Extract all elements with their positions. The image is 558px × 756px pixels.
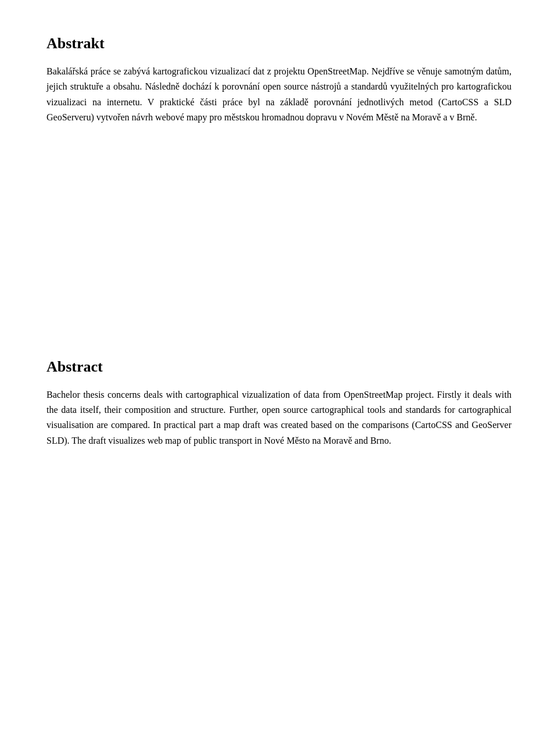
abstract-title: Abstract xyxy=(46,358,512,376)
abstrakt-title: Abstrakt xyxy=(46,35,512,52)
page-content: Abstrakt Bakalářská práce se zabývá kart… xyxy=(46,35,512,448)
abstrakt-paragraph1: Bakalářská práce se zabývá kartograficko… xyxy=(46,64,512,126)
abstract-section: Abstract Bachelor thesis concerns deals … xyxy=(46,358,512,449)
abstract-paragraph1: Bachelor thesis concerns deals with cart… xyxy=(46,387,512,449)
abstrakt-section: Abstrakt Bakalářská práce se zabývá kart… xyxy=(46,35,512,126)
